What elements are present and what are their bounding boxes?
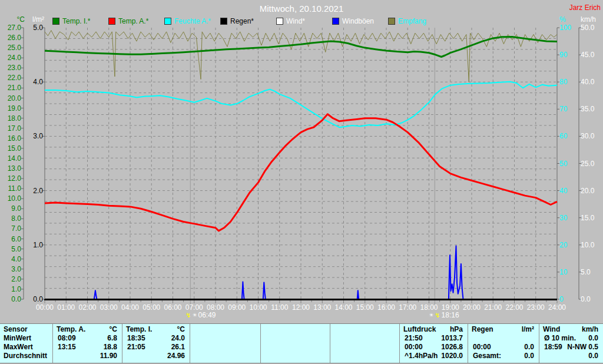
y-axis-label-temp_c: 23.0 [8,64,21,71]
table-row: MaxWert [0,343,56,351]
table-row: LuftdruckhPa [400,325,468,333]
y-axis-label-temp_c: 10.0 [8,195,21,202]
table-row [330,352,399,360]
table-column-wind: Windkm/hØ 10 min.0.018:59N-NW 0.50.0 [539,324,603,363]
table-cell-time [330,334,335,342]
y-axis-label-temp_c: 15.0 [8,145,21,152]
y-axis-label-temp_c: 25.0 [8,44,21,51]
y-axis-label-temp_c: 24.0 [8,54,21,61]
table-row: Gesamt:0.0 [468,352,539,360]
table-row [330,334,399,342]
table-row [190,334,260,342]
table-row: 08:096.8 [53,334,122,342]
y-axis-header-tempc: °C [17,15,25,24]
y-axis-header-rain: l/m² [32,15,44,24]
table-cell-time: 21:05 [122,343,145,351]
legend-label: Empfang [398,17,426,25]
table-row [190,325,260,333]
table-row: 21:0526.1 [122,343,190,351]
y-axis-label-rain: 4.0 [33,78,43,85]
y-axis-label-rain: 0.0 [33,296,43,303]
table-cell-time [539,352,544,360]
legend-label: Regen* [230,17,254,25]
table-cell-value: N-NW 0.5 [567,343,603,351]
y-axis-label-temp_c: 26.0 [8,34,21,41]
table-cell-time: 13:15 [53,343,76,351]
table-column-tempi: Temp. I.°C18:3524.021:0526.124.96 [122,324,190,363]
y-axis-label-wind_kmh: 40.0 [581,78,594,85]
sun-icon: ☀ [192,312,197,318]
y-axis-label-temp_c: 14.0 [8,155,21,162]
legend-item-tempi: Temp. I.* [52,17,90,25]
legend-swatch [108,18,115,25]
table-row [261,334,330,342]
table-cell-time: 18:35 [122,334,145,342]
table-row: Temp. A.°C [53,325,122,333]
table-row-label: MinWert [4,334,31,342]
y-axis-label-temp_c: 6.0 [11,236,21,243]
sunset-marker: ☀↯18:16 [429,311,459,319]
table-column-header [261,325,264,333]
y-axis-label-percent: 80 [559,78,567,85]
y-axis-label-temp_c: 27.0 [8,24,21,31]
legend-item-tempa: Temp. A.* [108,17,148,25]
legend-item-feuchtea: Feuchte A.* [164,17,211,25]
y-axis-label-percent: 100 [559,24,571,31]
table-row [190,352,260,360]
table-column-unit [325,325,330,333]
table-column-unit: l/m² [522,325,539,333]
table-column-header: Luftdruck [400,325,436,333]
table-cell-value [325,334,330,342]
y-axis-label-wind_kmh: 20.0 [581,187,594,194]
y-axis-label-wind_kmh: 45.0 [581,51,594,58]
sunrise-time: 06:49 [198,311,216,319]
table-column-unit: °C [110,325,122,333]
table-cell-value [534,334,539,342]
y-axis-label-rain: 1.0 [33,241,43,249]
table-cell-time [122,352,127,360]
table-cell-time: Gesamt: [468,352,501,360]
legend-swatch [276,18,283,25]
table-row: Regenl/m² [468,325,539,333]
y-axis-label-rain: 2.0 [33,187,43,194]
table-column-header: Temp. I. [122,325,152,333]
table-cell-value [325,352,330,360]
table-row [261,325,330,333]
legend-label: Wind* [286,17,305,25]
y-axis-label-temp_c: 18.0 [8,115,21,122]
table-column-header: Temp. A. [53,325,85,333]
legend-item-wind: Wind* [276,17,305,25]
series-Feuchte A. [45,82,557,128]
table-row: 11.90 [53,352,122,360]
sun-icon: ☀ [429,312,433,318]
y-axis-label-percent: 50 [559,160,567,167]
table-cell-time [261,343,266,351]
sunrise-icon: ↯ [185,312,191,319]
table-cell-value: 18.8 [104,343,122,351]
table-row: Sensor [0,325,56,333]
table-cell-time: 00:00 [468,343,491,351]
sunset-time: 18:16 [442,311,459,319]
table-cell-value: 1026.8 [441,343,468,351]
table-row-label: Durchschnitt [4,352,47,360]
legend-label: Temp. A.* [118,17,148,25]
table-cell-value [256,334,260,342]
legend-item-regen: Regen* [220,17,254,25]
y-axis-label-temp_c: 2.0 [11,276,21,283]
table-column-empty [260,324,330,363]
table-cell-time: 21:50 [400,334,423,342]
table-column-unit: km/h [582,325,603,333]
table-cell-value: 0.0 [524,343,539,351]
table-column-regen: Regenl/m²00:000.0Gesamt:0.0 [468,324,539,363]
legend-item-windben: Windböen [332,17,374,25]
legend-swatch [332,18,339,25]
table-cell-value: 11.90 [100,352,122,360]
table-column-unit: hPa [450,325,468,333]
table-row [261,343,330,351]
table-cell-time [330,343,335,351]
table-row: 00:000.0 [468,343,539,351]
table-cell-value: 1013.7 [441,334,468,342]
table-row: 18:3524.0 [122,334,190,342]
table-cell-value [395,352,399,360]
table-row: ^1.4hPa/h1020.0 [400,352,468,360]
